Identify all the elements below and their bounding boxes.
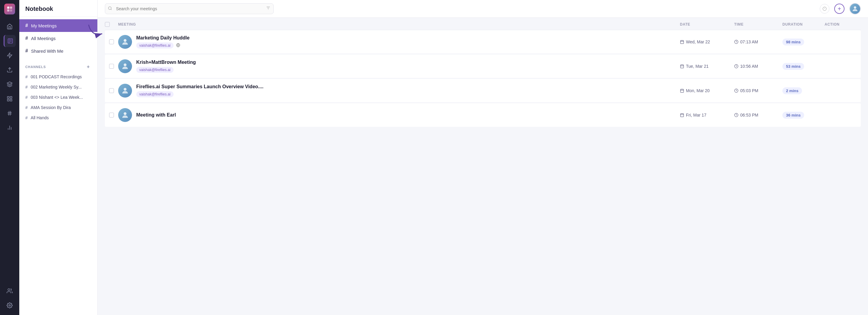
info-button[interactable] (820, 4, 830, 13)
select-all-checkbox[interactable] (105, 22, 110, 27)
sidebar-item-my-meetings[interactable]: # My Meetings (19, 19, 97, 32)
svg-rect-2 (10, 7, 12, 9)
nav-users-icon[interactable] (4, 285, 16, 297)
svg-point-55 (124, 112, 126, 115)
time-value: 10:56 AM (740, 64, 758, 69)
svg-rect-15 (7, 99, 9, 101)
time-value: 06:53 PM (740, 113, 758, 117)
channel-label: 003 Nishant <> Lea Week... (31, 95, 83, 100)
clock-icon (734, 64, 738, 68)
user-avatar[interactable] (849, 3, 861, 14)
hash-icon: # (25, 23, 28, 28)
meeting-tag[interactable]: vaishak@fireflies.ai (136, 67, 174, 73)
meeting-title[interactable]: Krish+MattBrown Meeting (136, 60, 196, 65)
meeting-avatar (118, 84, 132, 98)
meeting-time: 05:03 PM (734, 88, 782, 93)
svg-point-25 (9, 305, 10, 306)
nav-layers-icon[interactable] (4, 78, 16, 90)
nav-hash-icon[interactable] (4, 107, 16, 119)
time-value: 07:13 AM (740, 39, 758, 44)
duration-badge: 2 mins (782, 88, 802, 94)
meeting-details: Fireflies.ai Super Summaries Launch Over… (136, 84, 264, 97)
meeting-date: Wed, Mar 22 (680, 39, 734, 44)
nav-grid-icon[interactable] (4, 93, 16, 105)
globe-icon (176, 43, 180, 48)
svg-rect-13 (7, 97, 9, 99)
nav-lightning-icon[interactable] (4, 49, 16, 62)
date-value: Fri, Mar 17 (686, 113, 707, 117)
search-input[interactable] (105, 3, 274, 14)
date-value: Mon, Mar 20 (686, 88, 710, 93)
sidebar-item-shared-with-me[interactable]: # Shared With Me (19, 44, 97, 57)
meeting-time: 06:53 PM (734, 113, 782, 117)
nav-home-icon[interactable] (4, 21, 16, 33)
channels-list: # 001 PODCAST Recordings # 002 Marketing… (19, 72, 97, 123)
channel-hash-icon: # (25, 74, 28, 79)
svg-rect-14 (10, 97, 12, 99)
calendar-icon (680, 89, 684, 93)
channels-section-header: CHANNELS + (19, 60, 97, 72)
svg-rect-1 (7, 7, 9, 9)
channel-item-003[interactable]: # 003 Nishant <> Lea Week... (19, 92, 97, 102)
meeting-tag[interactable]: vaishak@fireflies.ai (136, 42, 174, 48)
sidebar-brand: Notebook (19, 0, 97, 17)
meeting-avatar (118, 108, 132, 122)
meeting-duration: 53 mins (782, 63, 825, 70)
row-checkbox[interactable] (109, 88, 114, 93)
meeting-title[interactable]: Meeting with Earl (136, 112, 176, 118)
meeting-time: 10:56 AM (734, 64, 782, 69)
row-checkbox[interactable] (109, 39, 114, 44)
svg-marker-12 (7, 82, 12, 84)
date-value: Tue, Mar 21 (686, 64, 709, 69)
topbar-right: + (820, 3, 861, 14)
meeting-info: Krish+MattBrown Meeting vaishak@fireflie… (118, 59, 680, 73)
add-channel-button[interactable]: + (85, 64, 91, 70)
duration-col-header: DURATION (782, 22, 825, 27)
meeting-tag[interactable]: vaishak@fireflies.ai (136, 91, 174, 97)
icon-rail (0, 0, 19, 315)
calendar-icon (680, 113, 684, 117)
row-checkbox-area (105, 39, 118, 44)
sidebar-nav: # My Meetings # All Meetings # Shared Wi… (19, 17, 97, 60)
svg-marker-10 (7, 53, 12, 58)
nav-notebook-icon[interactable] (4, 35, 16, 47)
meeting-details: Krish+MattBrown Meeting vaishak@fireflie… (136, 60, 196, 73)
channel-hash-icon: # (25, 95, 28, 100)
channel-item-all-hands[interactable]: # All Hands (19, 113, 97, 123)
action-col-header: ACTION (825, 22, 861, 27)
nav-chart-icon[interactable] (4, 122, 16, 134)
meeting-duration: 98 mins (782, 39, 825, 45)
main-area: + MEETING DATE (98, 0, 868, 315)
svg-point-35 (124, 39, 126, 42)
channel-label: 002 Marketing Weekly Sy... (31, 84, 82, 90)
channel-item-ama[interactable]: # AMA Session By Dira (19, 102, 97, 113)
nav-upload-icon[interactable] (4, 64, 16, 76)
svg-point-24 (8, 289, 10, 291)
channel-item-002[interactable]: # 002 Marketing Weekly Sy... (19, 82, 97, 92)
meeting-title[interactable]: Fireflies.ai Super Summaries Launch Over… (136, 84, 264, 90)
calendar-icon (680, 64, 684, 68)
topbar: + (98, 0, 868, 18)
row-checkbox[interactable] (109, 64, 114, 69)
search-icon (108, 6, 112, 11)
nav-settings-icon[interactable] (4, 299, 16, 311)
channel-item-001[interactable]: # 001 PODCAST Recordings (19, 72, 97, 82)
meeting-avatar (118, 59, 132, 73)
table-row: Meeting with Earl Fri, Mar 17 06:53 PM 3… (105, 103, 861, 127)
row-checkbox[interactable] (109, 113, 114, 117)
channels-label: CHANNELS (25, 65, 46, 69)
add-meeting-button[interactable]: + (834, 4, 844, 14)
filter-icon[interactable] (266, 6, 271, 12)
channel-label: AMA Session By Dira (31, 105, 71, 110)
meeting-info: Marketing Daily Huddle vaishak@fireflies… (118, 35, 680, 49)
meeting-title[interactable]: Marketing Daily Huddle (136, 35, 190, 41)
channel-hash-icon: # (25, 105, 28, 110)
table-row: Krish+MattBrown Meeting vaishak@fireflie… (105, 55, 861, 78)
meeting-col-header: MEETING (118, 22, 680, 27)
channel-label: 001 PODCAST Recordings (31, 74, 82, 79)
checkbox-col-header (105, 22, 118, 27)
svg-rect-44 (681, 65, 684, 68)
app-logo[interactable] (4, 4, 15, 14)
meeting-date: Tue, Mar 21 (680, 64, 734, 69)
sidebar-item-all-meetings[interactable]: # All Meetings (19, 32, 97, 44)
